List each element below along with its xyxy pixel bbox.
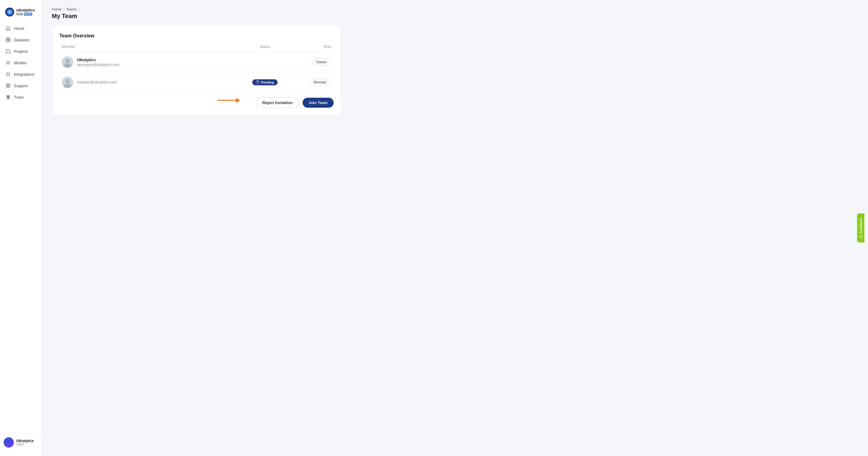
- col-member: Member: [62, 45, 235, 49]
- avatar-2: [62, 77, 73, 88]
- member-1-name: Ultralytics: [77, 58, 119, 62]
- breadcrumb-sep-2: >: [78, 7, 80, 11]
- main-content: Home > Teams > My Team Team Overview Mem…: [42, 0, 868, 456]
- support-icon: [5, 83, 11, 88]
- sidebar-item-support-label: Support: [14, 84, 28, 88]
- arrow-annotation: [218, 98, 240, 103]
- sidebar-item-integrations[interactable]: Integrations: [2, 69, 39, 80]
- svg-point-7: [7, 62, 9, 64]
- team-card-title: Team Overview: [59, 33, 334, 38]
- svg-rect-3: [6, 38, 8, 40]
- sidebar-item-datasets[interactable]: Datasets: [2, 34, 39, 45]
- avatar-silhouette-2: [62, 77, 73, 88]
- feedback-label: Feedback: [859, 218, 863, 233]
- logo-hub: HUB: [16, 13, 23, 16]
- svg-rect-6: [8, 40, 10, 42]
- sidebar: ultralytics HUB BETA Home: [0, 0, 42, 456]
- pending-spinner: [256, 81, 259, 84]
- member-2-email: member@ultralytics.com: [77, 80, 117, 84]
- sidebar-item-models-label: Models: [14, 61, 27, 65]
- sidebar-item-projects-label: Projects: [14, 49, 28, 54]
- svg-point-13: [64, 84, 71, 88]
- ultralytics-logo-icon: [5, 7, 14, 17]
- sidebar-item-models[interactable]: Models: [2, 57, 39, 68]
- sidebar-item-support[interactable]: Support: [2, 80, 39, 91]
- breadcrumb-teams[interactable]: Teams: [66, 7, 76, 11]
- datasets-icon: [5, 37, 11, 42]
- arrow-line: [218, 100, 236, 101]
- home-icon: [5, 26, 11, 31]
- pending-label: Pending: [261, 81, 274, 84]
- breadcrumb-home[interactable]: Home: [52, 7, 61, 11]
- avatar-1: [62, 56, 73, 68]
- feedback-button[interactable]: Feedback: [857, 213, 864, 243]
- logo: ultralytics HUB BETA: [0, 5, 42, 23]
- svg-rect-5: [6, 40, 8, 42]
- role-badge-2: Member: [309, 79, 331, 86]
- feedback-icon: [859, 235, 863, 238]
- avatar: [4, 437, 14, 448]
- sidebar-item-home-label: Home: [14, 26, 24, 31]
- status-cell-2: Pending: [235, 79, 295, 85]
- pending-badge: Pending: [252, 79, 278, 85]
- svg-point-10: [65, 59, 70, 63]
- role-badge-1: Owner: [312, 58, 331, 66]
- beta-badge: BETA: [24, 13, 33, 16]
- sidebar-item-datasets-label: Datasets: [14, 38, 29, 42]
- sidebar-footer[interactable]: Ultralytics FREE: [0, 433, 42, 451]
- table-header: Member Status Role: [59, 45, 334, 52]
- sidebar-item-projects[interactable]: Projects: [2, 46, 39, 57]
- svg-point-2: [8, 10, 11, 13]
- avatar-silhouette-1: [62, 56, 73, 68]
- svg-point-12: [65, 79, 70, 83]
- logo-name: ultralytics: [16, 8, 35, 12]
- arrow-head: [236, 98, 240, 103]
- trash-icon: [5, 94, 11, 100]
- role-cell-2: Member: [295, 79, 331, 86]
- action-row: Reject Invitation Join Team: [59, 93, 334, 108]
- sidebar-item-home[interactable]: Home: [2, 23, 39, 34]
- team-overview-card: Team Overview Member Status Role Ultraly…: [52, 26, 341, 115]
- footer-username: Ultralytics: [16, 439, 34, 443]
- page-title: My Team: [52, 13, 858, 20]
- reject-invitation-button[interactable]: Reject Invitation: [256, 97, 299, 108]
- sidebar-item-trash-label: Trash: [14, 95, 24, 99]
- join-team-button[interactable]: Join Team: [303, 98, 334, 108]
- integrations-icon: [5, 72, 11, 77]
- models-icon: [5, 60, 11, 65]
- col-status: Status: [235, 45, 295, 49]
- breadcrumb: Home > Teams >: [52, 7, 858, 11]
- footer-plan: FREE: [16, 443, 34, 446]
- member-info-1: Ultralytics developer@ultralytics.com: [62, 56, 235, 68]
- sidebar-nav: Home Datasets Projects: [0, 23, 42, 433]
- member-1-email: developer@ultralytics.com: [77, 63, 119, 67]
- svg-rect-4: [8, 38, 10, 40]
- projects-icon: [5, 49, 11, 54]
- role-cell-1: Owner: [295, 58, 331, 66]
- sidebar-item-trash[interactable]: Trash: [2, 92, 39, 103]
- table-row: Ultralytics developer@ultralytics.com Ow…: [59, 52, 334, 73]
- col-role: Role: [295, 45, 331, 49]
- breadcrumb-sep-1: >: [63, 7, 65, 11]
- svg-point-11: [64, 63, 71, 68]
- sidebar-item-integrations-label: Integrations: [14, 72, 34, 77]
- table-row: member@ultralytics.com Pending Member: [59, 73, 334, 93]
- svg-point-9: [7, 85, 9, 87]
- member-info-2: member@ultralytics.com: [62, 77, 235, 88]
